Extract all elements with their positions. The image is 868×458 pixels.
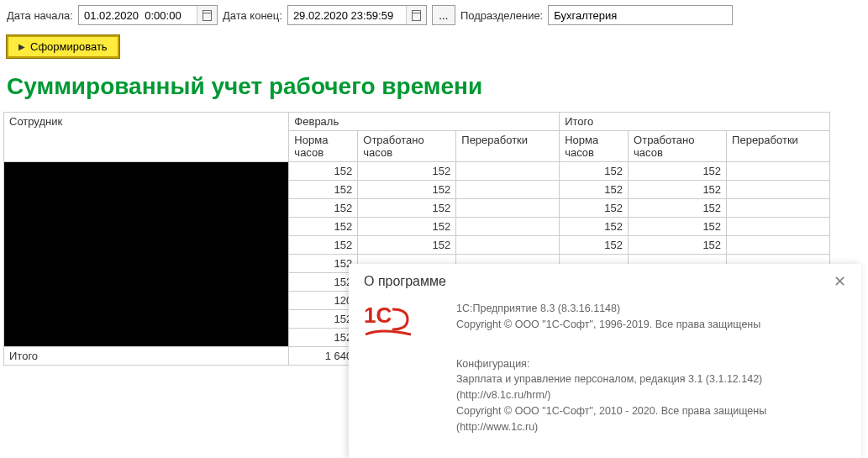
about-version: 1С:Предприятие 8.3 (8.3.16.1148) <box>456 301 846 317</box>
cell-worked: 152 <box>358 218 456 236</box>
about-dialog: О программе ✕ 1C 1С:Предприятие 8.3 (8.3… <box>349 264 861 366</box>
about-title: О программе <box>364 274 446 289</box>
cell-worked: 152 <box>358 236 456 255</box>
cell-tworked: 152 <box>629 199 727 218</box>
generate-button-label: Сформировать <box>30 40 108 53</box>
cell-tworked: 152 <box>629 162 727 181</box>
cell-tworked: 152 <box>629 218 727 236</box>
cell-tover <box>727 218 830 236</box>
col-worked: Отработано часов <box>358 131 456 162</box>
more-button[interactable]: ... <box>432 5 455 25</box>
logo-1c-icon: 1C <box>364 301 414 366</box>
cell-tnorm: 152 <box>560 236 629 255</box>
cell-over <box>456 218 560 236</box>
cell-tover <box>727 162 830 181</box>
cell-tnorm: 152 <box>560 181 629 199</box>
play-icon: ▶ <box>18 42 25 51</box>
cell-norm: 152 <box>289 310 358 329</box>
cell-worked: 152 <box>358 162 456 181</box>
col-total-worked: Отработано часов <box>629 131 727 162</box>
generate-button[interactable]: ▶ Сформировать <box>7 35 119 58</box>
col-norm: Норма часов <box>289 131 358 162</box>
date-to-label: Дата конец: <box>223 9 282 22</box>
calendar-icon[interactable] <box>197 6 217 24</box>
col-total-over: Переработки <box>727 131 830 162</box>
cell-norm: 152 <box>289 273 358 292</box>
date-to-input[interactable] <box>288 8 406 24</box>
cell-tover <box>727 236 830 255</box>
total-label: Итого <box>4 347 289 366</box>
calendar-icon[interactable] <box>406 6 426 24</box>
cell-tworked: 152 <box>629 236 727 255</box>
cell-norm: 120 <box>289 292 358 310</box>
about-copyright: Copyright © ООО "1С-Софт", 1996-2019. Вс… <box>456 317 846 333</box>
close-icon[interactable]: ✕ <box>834 274 846 289</box>
toolbar: Дата начала: Дата конец: ... Подразделен… <box>0 0 868 30</box>
cell-over <box>456 199 560 218</box>
department-input[interactable] <box>548 5 733 25</box>
cell-tover <box>727 181 830 199</box>
cell-over <box>456 181 560 199</box>
cell-norm: 152 <box>289 181 358 199</box>
cell-norm: 152 <box>289 255 358 273</box>
cell-tnorm: 152 <box>560 218 629 236</box>
cell-norm: 152 <box>289 236 358 255</box>
date-from-label: Дата начала: <box>7 9 73 22</box>
svg-text:1C: 1C <box>364 303 392 328</box>
table-row: 152152152152 <box>4 162 830 181</box>
col-employee: Сотрудник <box>4 113 289 162</box>
cell-norm: 152 <box>289 329 358 347</box>
date-from-input[interactable] <box>79 8 197 24</box>
col-month: Февраль <box>289 113 560 131</box>
cell-norm: 152 <box>289 162 358 181</box>
cell-over <box>456 236 560 255</box>
total-norm: 1 640 <box>289 347 358 366</box>
report-title: Суммированный учет рабочего времени <box>7 73 861 100</box>
col-total: Итого <box>560 113 830 131</box>
cell-tworked: 152 <box>629 181 727 199</box>
col-total-norm: Норма часов <box>560 131 629 162</box>
cell-worked: 152 <box>358 181 456 199</box>
cell-over <box>456 162 560 181</box>
about-info: 1С:Предприятие 8.3 (8.3.16.1148) Copyrig… <box>456 301 846 366</box>
cell-norm: 152 <box>289 199 358 218</box>
department-label: Подразделение: <box>460 9 543 22</box>
col-over: Переработки <box>456 131 560 162</box>
cell-tnorm: 152 <box>560 199 629 218</box>
cell-tover <box>727 199 830 218</box>
cell-norm: 152 <box>289 218 358 236</box>
date-from-field[interactable] <box>78 5 218 25</box>
cell-tnorm: 152 <box>560 162 629 181</box>
about-config-header: Конфигурация: <box>456 356 846 366</box>
date-to-field[interactable] <box>287 5 427 25</box>
employee-cell-redacted <box>4 162 289 347</box>
cell-worked: 152 <box>358 199 456 218</box>
